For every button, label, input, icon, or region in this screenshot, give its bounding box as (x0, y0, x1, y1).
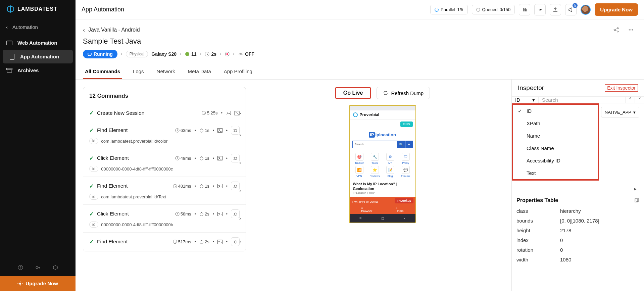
property-row: bounds[0, 0][1080, 2178] (516, 216, 639, 226)
search-next-button[interactable]: ˅ (635, 97, 644, 103)
device-tab-home[interactable]: ⌂Home (396, 206, 404, 213)
copy-icon[interactable] (634, 198, 639, 203)
commands-list[interactable]: ✓Create New Session 5.25s•›✓Find Element… (83, 105, 246, 251)
tab-meta-data[interactable]: Meta Data (186, 64, 213, 79)
device-search-input[interactable] (352, 141, 397, 148)
svg-line-41 (236, 129, 237, 130)
bug-icon[interactable] (231, 237, 240, 246)
command-item[interactable]: ✓Find Element 481ms• 1s••idcom.lambdates… (83, 177, 246, 205)
tab-network[interactable]: Network (155, 64, 177, 79)
sidebar-item-archives[interactable]: Archives (0, 63, 76, 77)
svg-point-71 (219, 213, 220, 214)
chevron-down-icon: ▾ (532, 97, 535, 103)
announce-button[interactable]: 5 (565, 4, 577, 15)
archive-icon (6, 68, 13, 73)
queued-pill[interactable]: Queued 0/150 (472, 5, 515, 14)
device-grid-cell[interactable]: ⚙API (383, 153, 397, 164)
svg-line-74 (236, 213, 237, 213)
logo[interactable]: LAMBDATEST (0, 0, 76, 18)
sidebar-item-app-automation[interactable]: App Automation (3, 50, 73, 63)
device-grid-cell[interactable]: 📶VPN (352, 166, 366, 178)
svg-point-78 (200, 240, 203, 243)
svg-line-51 (234, 157, 234, 158)
svg-line-19 (615, 29, 617, 30)
breadcrumb[interactable]: Java Vanilla - Android (88, 27, 140, 33)
find-button[interactable]: FIND (400, 122, 413, 127)
cube-icon[interactable] (52, 264, 58, 271)
search-prev-button[interactable]: ˄ (625, 97, 635, 103)
selector-type-dropdown[interactable]: ID ▾ (512, 97, 539, 103)
go-live-button[interactable]: Go Live (335, 87, 371, 99)
nav-back[interactable]: ‹ Automation (0, 18, 76, 36)
context-dropdown[interactable]: NATIVE_APP ▾ (601, 107, 639, 117)
exit-inspector-link[interactable]: Exit Inspector (605, 84, 638, 92)
device-grid-cell[interactable]: 🎯Tracker (352, 153, 366, 164)
device-grid-cell[interactable]: 📝Blog (383, 166, 397, 178)
upload-button[interactable] (550, 4, 561, 15)
clock-icon: 49ms (175, 156, 191, 161)
command-item[interactable]: ✓Find Element 517ms• 2s••› (83, 233, 246, 251)
nav-square-icon[interactable]: ◻ (381, 216, 384, 221)
sidebar-item-label: Web Automation (17, 40, 57, 46)
device-grid-cell[interactable]: 💬Forums (399, 166, 413, 178)
sidebar-item-web-automation[interactable]: Web Automation (0, 36, 76, 50)
tabs: All Commands Logs Network Meta Data App … (76, 64, 644, 80)
device-grid-cell[interactable]: ⭐Reviews (368, 166, 382, 178)
svg-point-49 (219, 157, 220, 158)
svg-line-73 (234, 213, 234, 213)
dropdown-option[interactable]: Name (513, 130, 598, 142)
command-item[interactable]: ✓Create New Session 5.25s•› (83, 105, 246, 121)
ip-lookup-button[interactable]: IP Lookup (395, 198, 413, 203)
key-icon[interactable] (35, 264, 41, 271)
breadcrumb-row: ‹ Java Vanilla - Android (76, 19, 644, 37)
check-icon: ✓ (89, 183, 94, 189)
svg-point-88 (353, 113, 357, 117)
tab-app-profiling[interactable]: App Profiling (222, 64, 254, 79)
link-button[interactable]: ⚭ (534, 4, 546, 15)
bug-icon[interactable] (231, 209, 240, 218)
dropdown-option[interactable]: ID (513, 105, 598, 117)
refresh-dump-button[interactable]: Refresh Dump (377, 87, 430, 99)
app-icon (353, 112, 358, 117)
fingerprint-button[interactable]: ⋒ (519, 4, 530, 15)
clock-icon: 517ms (173, 239, 191, 244)
help-icon[interactable]: ? (17, 264, 23, 271)
device-grid-cell[interactable]: 🛡Proxy (399, 153, 413, 164)
parallel-pill[interactable]: Parallel 1/5 (430, 5, 467, 14)
tree-item[interactable]: ▸ (516, 185, 639, 193)
tab-logs[interactable]: Logs (131, 64, 146, 79)
more-button[interactable] (625, 24, 637, 36)
menu-icon[interactable]: ≡ (405, 141, 413, 148)
chevron-right-icon: › (239, 132, 241, 138)
bug-icon[interactable] (231, 182, 240, 190)
nav-menu-icon[interactable]: ≡ (359, 216, 361, 221)
command-item[interactable]: ✓Click Element 58ms• 2s••id00000000-0000… (83, 205, 246, 233)
dropdown-option[interactable]: XPath (513, 117, 598, 130)
device-tab-browser[interactable]: ⌂Browser (361, 206, 372, 213)
dropdown-option[interactable]: Class Name (513, 142, 598, 154)
device-statusbar (350, 106, 415, 110)
search-icon[interactable]: 🔍 (397, 141, 405, 148)
command-item[interactable]: ✓Find Element 63ms• 1s••idcom.lambdatest… (83, 121, 246, 149)
avatar[interactable] (581, 5, 591, 15)
device-preview[interactable]: Proverbial FIND iPiplocation 🔍 ≡ 🎯Tracke… (349, 105, 416, 223)
device-grid-cell[interactable]: 🔧Tools (368, 153, 382, 164)
dropdown-option[interactable]: Text (513, 167, 598, 179)
bug-icon[interactable] (231, 126, 240, 135)
main: App Automation Parallel 1/5 Queued 0/150… (76, 0, 644, 291)
check-icon: ✓ (89, 155, 94, 161)
device-find-row: FIND (350, 119, 415, 129)
device-bottom-tabs: ⌂Browser ⌂Home (350, 205, 415, 214)
back-button[interactable]: ‹ (83, 27, 85, 34)
bug-icon[interactable] (231, 154, 240, 162)
upgrade-button[interactable]: Upgrade Now (595, 3, 638, 16)
chevron-left-icon: ‹ (6, 24, 8, 30)
tab-all-commands[interactable]: All Commands (83, 64, 122, 79)
sidebar-upgrade-button[interactable]: Upgrade Now (0, 276, 76, 291)
inspector-search-input[interactable] (539, 97, 625, 103)
dropdown-option[interactable]: Accessibility ID (513, 154, 598, 167)
command-item[interactable]: ✓Click Element 49ms• 1s••id00000000-0000… (83, 149, 246, 177)
share-button[interactable] (610, 24, 622, 36)
nav-back-icon[interactable]: ‹ (404, 216, 405, 221)
inspector-secondary-row: IDXPathNameClass NameAccessibility IDTex… (512, 103, 644, 121)
